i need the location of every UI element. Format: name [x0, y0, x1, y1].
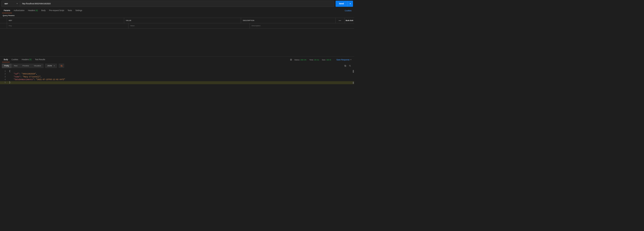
copy-icon[interactable] — [343, 65, 348, 67]
chevron-down-icon: ▾ — [54, 65, 55, 67]
tab-params[interactable]: Params — [2, 8, 12, 13]
view-preview-button[interactable]: Preview — [20, 64, 31, 68]
tab-body[interactable]: Body — [40, 8, 47, 13]
line-number: 2 — [0, 73, 9, 76]
resp-tab-test-results[interactable]: Test Results — [33, 58, 47, 62]
more-icon[interactable]: ••• — [339, 20, 341, 22]
line-number: 4 — [0, 78, 9, 81]
cookies-link[interactable]: Cookies — [344, 8, 352, 13]
globe-icon[interactable] — [288, 59, 293, 61]
col-key: KEY — [7, 18, 124, 23]
tab-headers-label: Headers — [28, 10, 35, 12]
bulk-edit-button[interactable]: Bulk Edit — [344, 18, 354, 23]
response-format-label: JSON — [47, 65, 52, 67]
size-value: 303 B — [326, 59, 331, 61]
col-description: DESCRIPTION — [241, 18, 335, 23]
status-label: Status: — [294, 59, 300, 61]
time-label: Time: — [309, 59, 314, 61]
svg-rect-1 — [345, 65, 346, 67]
code-key: "nome" — [14, 76, 20, 78]
line-number: 3 — [0, 76, 9, 79]
svg-point-3 — [349, 65, 350, 66]
tab-headers[interactable]: Headers (6) — [26, 8, 40, 13]
resp-tab-cookies[interactable]: Cookies — [10, 58, 20, 62]
param-key-input[interactable] — [8, 25, 126, 27]
time-value: 28 ms — [314, 59, 319, 61]
tab-headers-count: (6) — [36, 10, 38, 12]
col-value: VALUE — [124, 18, 241, 23]
code-token: { — [9, 70, 10, 72]
chevron-down-icon: ▾ — [17, 3, 18, 5]
code-value: "Macy O'Connell" — [22, 76, 40, 78]
scrollbar[interactable] — [352, 69, 354, 84]
tab-tests[interactable]: Tests — [66, 8, 74, 13]
code-key: "cpf" — [14, 73, 20, 75]
view-raw-button[interactable]: Raw — [12, 64, 20, 68]
code-token: } — [9, 81, 10, 84]
resp-tab-headers-count: (6) — [29, 59, 32, 61]
code-key: "dataDeNascimento" — [14, 79, 34, 81]
resp-tab-body[interactable]: Body — [2, 57, 10, 62]
view-visualize-button[interactable]: Visualize — [32, 64, 44, 68]
save-response-label: Save Response — [336, 59, 350, 61]
chevron-down-icon: ▾ — [350, 59, 352, 61]
line-number: 5 — [0, 81, 9, 84]
table-row — [0, 23, 354, 29]
line-number: 1 — [0, 70, 9, 73]
query-params-heading: Query Params — [0, 13, 354, 18]
http-method-select[interactable]: GET ▾ — [2, 1, 20, 6]
param-value-input[interactable] — [130, 25, 248, 27]
resp-tab-headers[interactable]: Headers (6) — [20, 58, 33, 62]
status-value: 200 OK — [300, 59, 306, 61]
http-method-label: GET — [4, 3, 8, 5]
response-format-select[interactable]: JSON ▾ — [45, 64, 57, 68]
search-icon[interactable] — [348, 65, 352, 67]
url-input[interactable] — [20, 1, 334, 6]
save-response-button[interactable]: Save Response ▾ — [336, 58, 352, 62]
wrap-lines-button[interactable] — [58, 64, 64, 68]
code-value: "40641602820" — [22, 73, 36, 75]
tab-settings[interactable]: Settings — [74, 8, 84, 13]
param-description-input[interactable] — [252, 25, 352, 27]
resp-tab-headers-label: Headers — [22, 59, 29, 61]
tab-prerequest[interactable]: Pre-request Script — [47, 8, 66, 13]
query-params-table: KEY VALUE DESCRIPTION ••• Bulk Edit — [0, 18, 354, 28]
svg-rect-2 — [344, 65, 346, 66]
view-mode-segment: Pretty Raw Preview Visualize — [2, 64, 44, 68]
code-value: "2021-07-15T03:12:02.647Z" — [36, 79, 65, 81]
wrap-icon — [60, 65, 63, 67]
tab-authorization[interactable]: Authorization — [12, 8, 26, 13]
status-summary: Status: 200 OK Time: 28 ms Size: 303 B — [293, 58, 332, 62]
chevron-down-icon: ▾ — [350, 3, 351, 5]
send-button[interactable]: Send — [336, 1, 347, 7]
send-options-button[interactable]: ▾ — [347, 1, 353, 6]
size-label: Size: — [322, 59, 326, 61]
view-pretty-button[interactable]: Pretty — [2, 64, 12, 68]
response-body-editor[interactable]: 1 { 2 "cpf": "40641602820", 3 "nome": "M… — [0, 69, 354, 84]
